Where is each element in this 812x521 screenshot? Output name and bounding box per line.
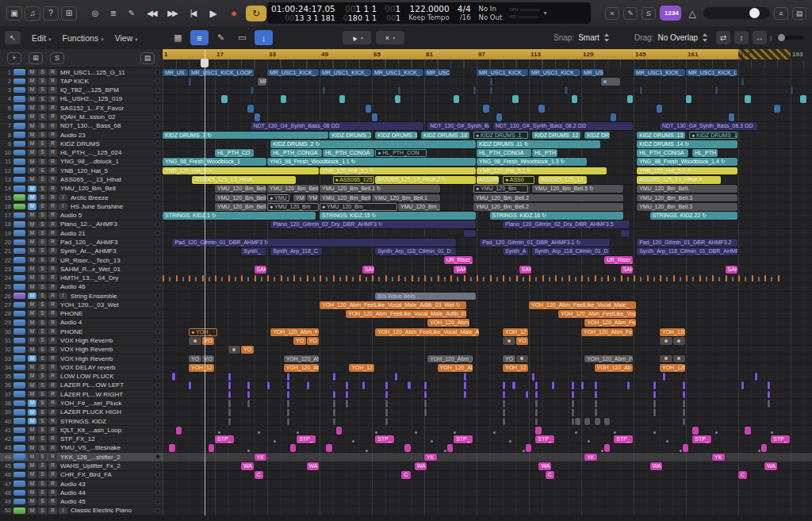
tick-clip[interactable] — [523, 277, 524, 282]
tick-clip[interactable] — [333, 275, 335, 282]
tick-clip[interactable] — [745, 277, 746, 282]
track-header-22[interactable]: 22MSRUR_Riser..._Tech_13 — [0, 256, 163, 265]
region[interactable] — [503, 391, 505, 399]
tick-clip[interactable] — [182, 277, 184, 282]
clip-dot[interactable] — [771, 431, 773, 434]
track-icon[interactable] — [13, 490, 25, 496]
track-header-35[interactable]: 35MSRLOW LOW PLUCK — [0, 373, 163, 381]
tick-clip[interactable] — [595, 275, 596, 282]
tick-clip[interactable] — [450, 275, 452, 282]
solo-button[interactable]: S — [38, 159, 47, 166]
tick-clip[interactable] — [555, 275, 557, 282]
record-enable-button[interactable]: R — [48, 471, 57, 478]
region[interactable] — [490, 86, 492, 94]
snap-stepper-icon[interactable] — [603, 33, 611, 43]
tick-clip[interactable] — [503, 275, 504, 282]
region[interactable] — [176, 427, 182, 435]
region[interactable] — [362, 381, 365, 389]
solo-button[interactable]: S — [38, 355, 47, 362]
record-enable-button[interactable]: R — [48, 221, 57, 228]
track-icon[interactable] — [13, 284, 25, 290]
track-icon[interactable] — [13, 508, 25, 514]
solo-lock-icon[interactable]: S — [642, 7, 656, 20]
mute-button[interactable]: M — [28, 194, 36, 201]
region[interactable]: YO — [293, 337, 306, 345]
tick-clip[interactable] — [640, 277, 642, 282]
pencil-icon[interactable]: ✎ — [623, 7, 638, 20]
region[interactable] — [490, 78, 492, 86]
region[interactable]: YM — [293, 194, 306, 202]
track-header-47[interactable]: 47MSRAudio 43 — [0, 480, 163, 488]
region[interactable]: YOH_120_Ab — [438, 364, 473, 372]
tick-clip[interactable] — [431, 277, 432, 282]
region[interactable] — [729, 113, 734, 121]
region[interactable] — [287, 391, 289, 399]
record-enable-button[interactable]: R — [48, 140, 57, 147]
tick-clip[interactable] — [529, 275, 530, 282]
solo-button[interactable]: S — [38, 140, 47, 147]
region[interactable]: YNB_120_Hat_5.2 ↻ — [477, 167, 607, 175]
region[interactable] — [398, 86, 400, 94]
region[interactable]: YMU_120_Bm_Bell — [215, 203, 266, 211]
performance-meters[interactable]: CPU HD — [506, 2, 543, 24]
region[interactable]: SAH — [255, 266, 267, 274]
region[interactable] — [640, 86, 642, 94]
region[interactable]: YOH_12 — [503, 364, 528, 372]
solo-button[interactable]: S — [38, 78, 47, 85]
record-enable-button[interactable]: R — [48, 293, 57, 300]
clip-dot[interactable] — [588, 440, 590, 442]
region[interactable]: YOH_12 — [189, 364, 214, 372]
region[interactable]: KIDZ DRUMS .14 ↻ — [637, 140, 737, 148]
region[interactable]: MR_USC1_KICK_ — [477, 69, 528, 77]
region[interactable] — [287, 400, 289, 408]
solo-button[interactable]: S — [38, 364, 47, 371]
clip-dot[interactable] — [601, 450, 603, 452]
region[interactable]: MR_US — [163, 69, 188, 77]
region[interactable]: Pad_120_G#min_01_DBR_AHMF3.2 — [637, 239, 737, 247]
track-header-16[interactable]: 16MSRIHS June Sunshine — [0, 202, 163, 211]
track-icon[interactable] — [13, 213, 25, 219]
region[interactable] — [516, 355, 529, 363]
tick-clip[interactable] — [680, 277, 681, 282]
playhead[interactable] — [205, 49, 205, 515]
go-to-beginning-button[interactable]: |◀ — [184, 6, 201, 21]
region[interactable] — [512, 381, 515, 389]
tick-clip[interactable] — [404, 277, 406, 282]
record-enable-button[interactable]: R — [48, 176, 57, 183]
solo-button[interactable]: S — [38, 435, 47, 442]
region[interactable]: MR_USC1_KICK_ — [267, 69, 319, 77]
track-icon[interactable] — [13, 445, 25, 451]
track-header-11[interactable]: 11MSRYNG_98_...dblock_1 — [0, 158, 163, 167]
ruler-tick-strip[interactable] — [163, 59, 812, 68]
record-enable-button[interactable]: R — [48, 498, 57, 505]
solo-button[interactable]: S — [38, 400, 47, 407]
horizontal-zoom-icon[interactable]: ↔ — [753, 31, 767, 44]
mute-button[interactable]: M — [28, 498, 36, 505]
record-enable-button[interactable]: R — [48, 462, 57, 469]
tick-clip[interactable] — [653, 277, 655, 282]
tick-clip[interactable] — [758, 277, 760, 282]
mute-button[interactable]: M — [28, 86, 36, 94]
record-enable-button[interactable]: R — [48, 159, 57, 166]
tick-clip[interactable] — [398, 275, 400, 282]
region[interactable]: YMU_120_Bm_Bell.3 — [637, 194, 737, 202]
region[interactable] — [395, 373, 397, 381]
track-header-15[interactable]: 15MSRIArctic Breeze — [0, 193, 163, 202]
track-icon[interactable] — [13, 230, 25, 236]
solo-button[interactable]: S — [38, 194, 47, 201]
tick-clip[interactable] — [346, 275, 347, 282]
region[interactable] — [247, 105, 253, 113]
mute-button[interactable]: M — [28, 69, 36, 76]
record-enable-button[interactable]: R — [48, 364, 57, 371]
record-enable-button[interactable]: R — [48, 230, 57, 237]
region[interactable]: YMU_120_Bm_Bell — [320, 194, 371, 202]
tick-clip[interactable] — [235, 277, 236, 282]
tick-clip[interactable] — [470, 277, 472, 282]
solo-button[interactable]: S — [38, 454, 47, 461]
track-header-48[interactable]: 48MSRAudio 44 — [0, 488, 163, 497]
track-icon[interactable] — [13, 472, 25, 478]
track-header-18[interactable]: 18MSRPiano_12..._AHMF3 — [0, 220, 163, 229]
region[interactable]: WA — [650, 462, 663, 470]
region[interactable]: ● ASS065_125_1 — [333, 176, 375, 184]
mute-button[interactable]: M — [28, 454, 36, 461]
